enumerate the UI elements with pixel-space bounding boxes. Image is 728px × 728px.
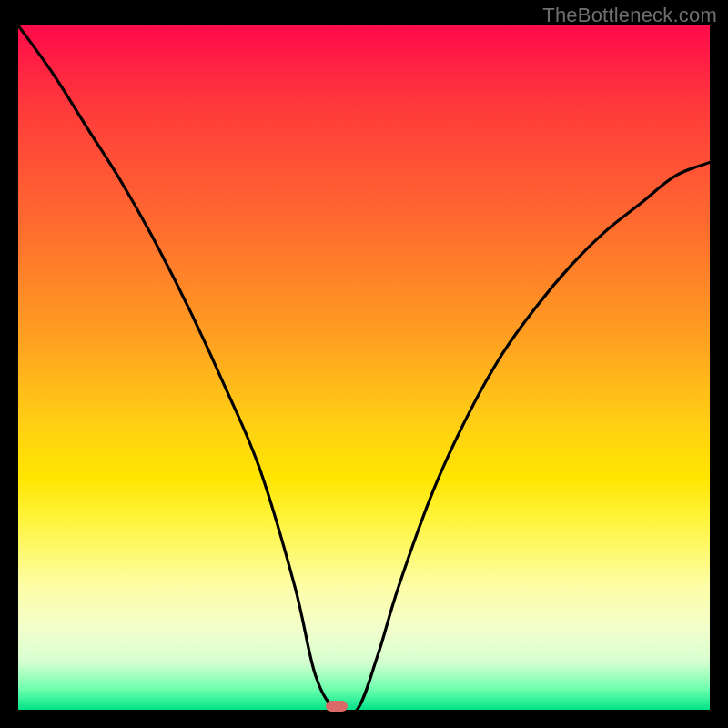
outer-frame: TheBottleneck.com — [0, 0, 728, 728]
minimum-marker — [326, 701, 348, 712]
plot-area — [18, 25, 710, 710]
bottleneck-curve — [18, 25, 710, 710]
watermark-label: TheBottleneck.com — [542, 4, 717, 27]
